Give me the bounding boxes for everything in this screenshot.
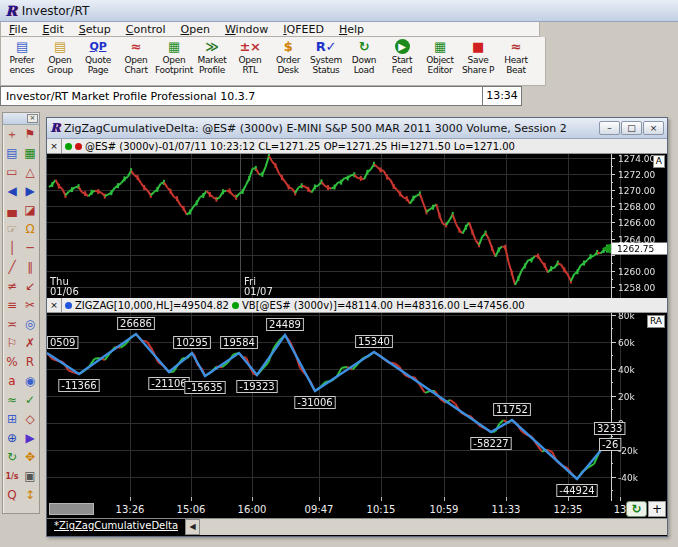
arrow-southwest-icon[interactable]: ↙ (22, 277, 39, 296)
fib-retracement-icon[interactable]: ≡ (4, 296, 21, 315)
menu-setup[interactable]: Setup (79, 23, 111, 36)
toolbar-open-rtl-button[interactable]: ±×OpenRTL (231, 38, 269, 76)
menu-edit[interactable]: Edit (42, 23, 63, 36)
draw-hand-icon[interactable]: ☞ (4, 220, 21, 239)
tool-palette: × ＋⚑▤▦▭△◀▶▄◪☞Ω│─╱∥≠↙≡✂≍◎⚐✗%Ra◉≈✓⊞◇⊕▶↻✥1/… (2, 112, 40, 514)
r-marker-icon[interactable]: R (22, 353, 39, 372)
menu-bar: FileEditSetupControlOpenWindowIQFEEDHelp (0, 22, 540, 37)
upper-panel-close-icon[interactable]: × (47, 139, 62, 153)
minimize-icon[interactable]: – (599, 121, 620, 135)
market-profile-icon: ≫ (193, 38, 231, 55)
toolbar-market-profile-button[interactable]: ≫MarketProfile (193, 38, 231, 76)
refresh-button[interactable]: ↻ (626, 501, 647, 517)
trendline-icon[interactable]: ╱ (4, 258, 21, 277)
toolbar-open-footprint-button[interactable]: ▦OpenFootprint (155, 38, 193, 76)
snapshot-icon[interactable]: ▣ (22, 467, 39, 486)
table-icon[interactable]: ⊞ (4, 410, 21, 429)
vertical-line-icon[interactable]: │ (4, 239, 21, 258)
toolbar-heart-beat-button[interactable]: ≈HeartBeat (497, 38, 535, 76)
crossed-lines-icon[interactable]: ✗ (22, 334, 39, 353)
text-tool-icon[interactable]: a (4, 372, 21, 391)
zoom-in-icon[interactable]: ⊕ (4, 429, 21, 448)
pointer-xyz-icon[interactable]: ＋ (4, 125, 21, 144)
shape-tool-icon[interactable]: ◇ (22, 410, 39, 429)
quote-list-icon[interactable]: ▤ (4, 144, 21, 163)
time-tick-label: 13 (614, 504, 627, 515)
time-tick-label: 13:26 (116, 504, 145, 515)
lower-axis-badge[interactable]: RA (647, 315, 665, 328)
toolbar-open-chart-button[interactable]: ≈OpenChart (117, 38, 155, 76)
horizontal-line-icon[interactable]: ─ (22, 239, 39, 258)
trash-icon[interactable]: ▦ (22, 144, 39, 163)
add-panel-button[interactable]: + (648, 501, 666, 517)
toolbar-down-load-button[interactable]: ↻DownLoad (345, 38, 383, 76)
menu-iqfeed[interactable]: IQFEED (283, 23, 324, 36)
zoom-q-icon[interactable]: Q (4, 486, 21, 505)
play-icon[interactable]: ▶ (22, 429, 39, 448)
lower-panel-close-icon[interactable]: × (47, 298, 62, 312)
vb-info: VB[@ES# (3000v)]=48114.00 H=48316.00 L=4… (242, 300, 525, 311)
toolbar-save-share-button[interactable]: ■SaveShare P (459, 38, 497, 76)
flag-icon[interactable]: ⚑ (22, 125, 39, 144)
toolbar-label: Share P (459, 65, 497, 75)
menu-help[interactable]: Help (339, 23, 364, 36)
maximize-icon[interactable]: □ (621, 121, 642, 135)
menu-window[interactable]: Window (225, 23, 268, 36)
chart-thumbnail-icon[interactable]: ◪ (22, 201, 39, 220)
tool-palette-titlebar[interactable]: × (3, 113, 39, 125)
strikeout-lines-icon[interactable]: ≍ (4, 315, 21, 334)
slider-icon[interactable]: ▭ (4, 163, 21, 182)
spiral-icon[interactable]: ◎ (22, 315, 39, 334)
toolbar-label: Start (383, 55, 421, 65)
tab-zigzagcumulativedelta[interactable]: *ZigZagCumulativeDelta (47, 519, 185, 535)
menu-open[interactable]: Open (181, 23, 210, 36)
upper-axis-badge[interactable]: A (653, 155, 665, 168)
percent-lines-icon[interactable]: % (4, 353, 21, 372)
app-titlebar[interactable]: R Investor/RT (0, 0, 678, 22)
flag-r-icon[interactable]: ⚐ (4, 334, 21, 353)
time-tick-label: 16:00 (238, 504, 267, 515)
toolbar-system-status-button[interactable]: R✓SystemStatus (307, 38, 345, 76)
toolbar-object-editor-button[interactable]: ▦ObjectEditor (421, 38, 459, 76)
toolbar-preferences-button[interactable]: ▤Preferences (3, 38, 41, 76)
parallel-lines-icon[interactable]: ∥ (22, 258, 39, 277)
pan-hand-icon[interactable]: ✥ (22, 448, 39, 467)
price-chart-canvas[interactable] (47, 154, 667, 298)
status-clock: 13:34 (482, 87, 521, 105)
scroll-left-icon[interactable]: ◀ (4, 182, 21, 201)
heart-beat-icon: ≈ (497, 38, 535, 55)
app-title: Investor/RT (22, 4, 90, 18)
not-equal-icon[interactable]: ≠ (4, 277, 21, 296)
zigzag-chart-icon[interactable]: ≈ (4, 391, 21, 410)
toolbar-label: Open (41, 55, 79, 65)
down-load-icon: ↻ (345, 38, 383, 55)
zigzag-info: ZIGZAG[10,000,HL]=49504.82 (75, 300, 229, 311)
palette-close-icon[interactable]: × (27, 114, 38, 123)
ibm-check-icon[interactable]: ✓ (22, 391, 39, 410)
tab-scroll-left-icon[interactable]: ◀ (185, 519, 200, 535)
zigzag-chart-canvas[interactable] (47, 313, 667, 501)
toolbar-label: Editor (421, 65, 459, 75)
ticks-per-second-icon[interactable]: 1/s (4, 467, 21, 486)
toolbar-label: Status (307, 65, 345, 75)
toolbar-order-desk-button[interactable]: $OrderDesk (269, 38, 307, 76)
menu-control[interactable]: Control (126, 23, 166, 36)
target-icon[interactable]: ◉ (22, 372, 39, 391)
horizontal-scrollbar-thumb[interactable] (49, 503, 94, 515)
refresh-icon[interactable]: ↻ (4, 448, 21, 467)
scissors-icon[interactable]: ✂ (22, 296, 39, 315)
xyz-triangle-icon[interactable]: △ (22, 163, 39, 182)
scroll-right-icon[interactable]: ▶ (22, 182, 39, 201)
toolbar-label: System (307, 55, 345, 65)
close-icon[interactable]: × (643, 121, 664, 135)
menu-file[interactable]: File (9, 23, 27, 36)
profile-histogram-icon[interactable]: ▄ (4, 201, 21, 220)
toolbar-quote-page-button[interactable]: QPQuotePage (79, 38, 117, 76)
toolbar-label: Open (231, 55, 269, 65)
toolbar-start-feed-button[interactable]: ▶StartFeed (383, 38, 421, 76)
chart-window-titlebar[interactable]: R ZigZagCumulativeDelta: @ES# (3000v) E-… (47, 118, 667, 139)
instrument-down-dot-icon (75, 143, 82, 150)
alert-bell-icon[interactable]: Ω (22, 220, 39, 239)
toolbar-open-group-button[interactable]: ▤OpenGroup (41, 38, 79, 76)
pin-icon[interactable]: ↕ (22, 486, 39, 505)
